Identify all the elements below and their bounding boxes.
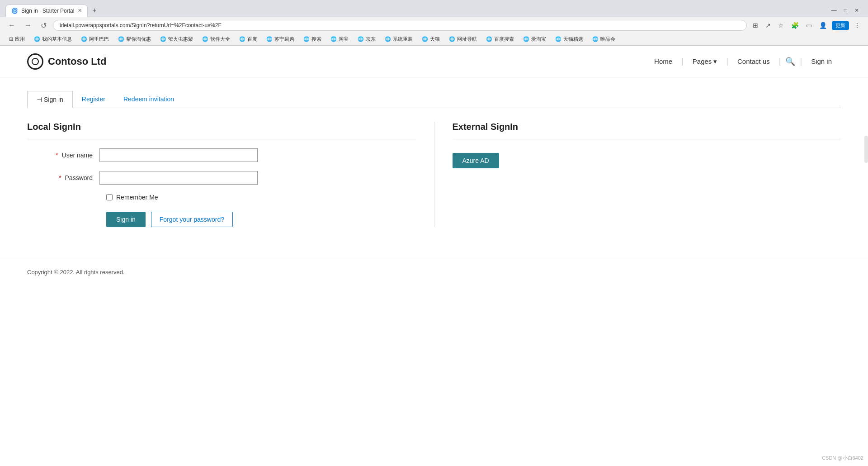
content-columns: Local SignIn * User name * Password <box>27 122 841 227</box>
password-input[interactable] <box>99 171 258 185</box>
remember-checkbox[interactable] <box>106 194 113 200</box>
nav-pages[interactable]: Pages ▾ <box>684 57 726 66</box>
tab-redeem[interactable]: Redeem invitation <box>114 91 183 108</box>
nav-signin[interactable]: Sign in <box>802 57 841 65</box>
page-content: ⊣Sign in Register Redeem invitation Loca… <box>0 77 868 241</box>
signin-button[interactable]: Sign in <box>106 212 146 227</box>
bookmark-item[interactable]: 🌐帮你淘优惠 <box>114 35 155 43</box>
nav-contact[interactable]: Contact us <box>728 57 779 65</box>
remember-group: Remember Me <box>106 194 416 201</box>
bookmark-item[interactable]: 🌐网址导航 <box>445 35 481 43</box>
username-group: * User name <box>27 148 416 162</box>
website-content: Contoso Ltd Home | Pages ▾ | Contact us … <box>0 46 868 421</box>
bookmark-item[interactable]: 🌐萤火虫惠聚 <box>156 35 197 43</box>
tab-close-btn[interactable]: ✕ <box>78 8 82 14</box>
window-close[interactable]: ✕ <box>851 7 863 14</box>
remember-label: Remember Me <box>116 194 158 201</box>
bookmark-item[interactable]: 🌐唯品会 <box>589 35 619 43</box>
logo-icon <box>27 53 43 70</box>
bookmark-item[interactable]: 🌐系统重装 <box>381 35 416 43</box>
password-group: * Password <box>27 171 416 185</box>
forward-button[interactable]: → <box>22 20 34 30</box>
signin-tab-icon: ⊣ <box>37 96 42 103</box>
forgot-password-button[interactable]: Forgot your password? <box>151 212 233 227</box>
chevron-down-icon: ▾ <box>713 57 717 66</box>
bookmark-item[interactable]: 🌐我的基本信息 <box>30 35 75 43</box>
username-label: * User name <box>27 152 99 159</box>
bookmark-item[interactable]: 🌐搜索 <box>300 35 325 43</box>
update-btn[interactable]: 更新 <box>832 21 849 30</box>
bookmark-item[interactable]: 🌐百度 <box>236 35 261 43</box>
tab-register[interactable]: Register <box>73 91 114 108</box>
extensions-icon[interactable]: 🧩 <box>789 20 801 30</box>
share-icon[interactable]: ↗ <box>763 20 773 30</box>
new-tab-button[interactable]: + <box>88 4 101 17</box>
site-footer: Copyright © 2022. All rights reserved. <box>0 259 868 285</box>
refresh-button[interactable]: ↺ <box>38 20 49 31</box>
profile-icon[interactable]: 👤 <box>817 20 829 30</box>
browser-tab[interactable]: 🌀 Sign in · Starter Portal ✕ <box>5 5 88 17</box>
back-button[interactable]: ← <box>5 20 18 30</box>
nav-home[interactable]: Home <box>645 57 681 65</box>
search-icon[interactable]: 🔍 <box>781 57 800 67</box>
window-maximize[interactable]: □ <box>840 7 851 14</box>
external-signin-title: External SignIn <box>453 122 841 139</box>
form-actions: Sign in Forgot your password? <box>106 212 416 227</box>
bookmark-item[interactable]: 🌐百度搜索 <box>482 35 518 43</box>
azure-ad-button[interactable]: Azure AD <box>453 153 499 168</box>
bookmark-item[interactable]: 🌐软件大全 <box>198 35 234 43</box>
nav-links: Home | Pages ▾ | Contact us | 🔍 | Sign i… <box>645 57 841 67</box>
bookmark-item[interactable]: 🌐京东 <box>354 35 379 43</box>
menu-icon[interactable]: ⋮ <box>852 20 863 30</box>
bookmarks-bar: ⊞应用🌐我的基本信息🌐阿里巴巴🌐帮你淘优惠🌐萤火虫惠聚🌐软件大全🌐百度🌐苏宁易购… <box>0 33 868 45</box>
auth-tabs: ⊣Sign in Register Redeem invitation <box>27 91 841 108</box>
tab-title: Sign in · Starter Portal <box>21 8 74 14</box>
site-logo: Contoso Ltd <box>27 53 107 70</box>
required-star-password: * <box>59 174 61 181</box>
logo-inner-circle <box>32 58 39 65</box>
scrollbar[interactable] <box>864 136 868 163</box>
local-signin-title: Local SignIn <box>27 122 416 139</box>
external-signin-section: External SignIn Azure AD <box>434 122 841 227</box>
bookmark-item[interactable]: 🌐苏宁易购 <box>263 35 298 43</box>
site-nav: Contoso Ltd Home | Pages ▾ | Contact us … <box>0 46 868 77</box>
username-input[interactable] <box>99 148 258 162</box>
password-label: * Password <box>27 174 99 181</box>
bookmark-item[interactable]: 🌐天猫 <box>418 35 443 43</box>
required-star-username: * <box>56 152 58 159</box>
local-signin-section: Local SignIn * User name * Password <box>27 122 434 227</box>
tab-signin[interactable]: ⊣Sign in <box>27 91 73 108</box>
tab-favicon: 🌀 <box>11 8 18 14</box>
bookmark-item[interactable]: ⊞应用 <box>5 35 28 43</box>
bookmark-item[interactable]: 🌐天猫精选 <box>552 35 587 43</box>
bookmark-item[interactable]: 🌐阿里巴巴 <box>77 35 113 43</box>
bookmark-item[interactable]: 🌐淘宝 <box>327 35 352 43</box>
star-icon[interactable]: ☆ <box>776 20 786 30</box>
sidebar-icon[interactable]: ▭ <box>804 20 814 30</box>
address-bar[interactable] <box>53 20 747 31</box>
footer-copyright: Copyright © 2022. All rights reserved. <box>27 269 125 276</box>
logo-text: Contoso Ltd <box>48 56 107 67</box>
window-minimize[interactable]: ― <box>828 7 840 14</box>
translate-icon[interactable]: ⊞ <box>750 20 760 30</box>
bookmark-item[interactable]: 🌐爱淘宝 <box>519 35 550 43</box>
